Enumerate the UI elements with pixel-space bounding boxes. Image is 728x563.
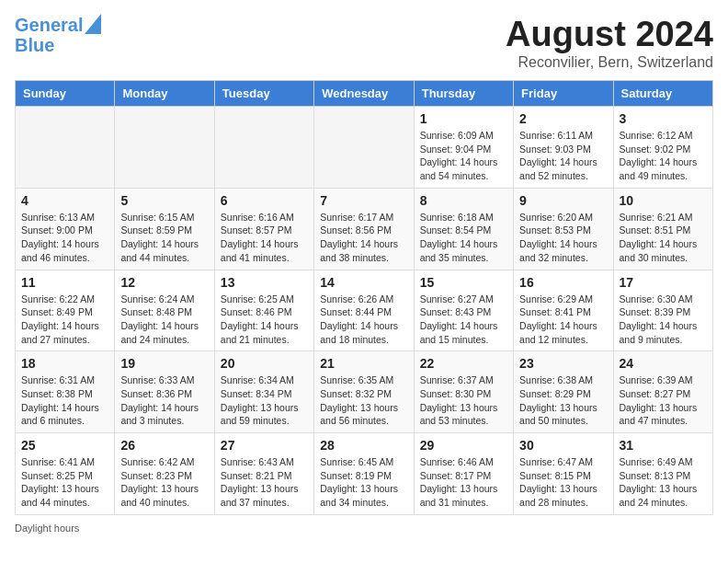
day-number: 14 (320, 275, 407, 290)
day-number: 8 (420, 193, 507, 208)
day-info: Sunrise: 6:46 AMSunset: 8:17 PMDaylight:… (420, 455, 507, 510)
header-tuesday: Tuesday (214, 81, 313, 107)
day-info: Sunrise: 6:43 AMSunset: 8:21 PMDaylight:… (221, 455, 308, 510)
day-number: 1 (420, 111, 507, 126)
calendar-day-cell: 5Sunrise: 6:15 AMSunset: 8:59 PMDaylight… (115, 188, 214, 270)
calendar-day-cell: 25Sunrise: 6:41 AMSunset: 8:25 PMDayligh… (16, 433, 115, 515)
calendar-day-cell (16, 107, 115, 189)
day-info: Sunrise: 6:11 AMSunset: 9:03 PMDaylight:… (519, 129, 607, 183)
header-monday: Monday (115, 81, 214, 107)
day-info: Sunrise: 6:35 AMSunset: 8:32 PMDaylight:… (320, 373, 407, 428)
logo: General Blue (15, 15, 101, 55)
calendar-day-cell: 11Sunrise: 6:22 AMSunset: 8:49 PMDayligh… (16, 270, 115, 351)
calendar-day-cell: 28Sunrise: 6:45 AMSunset: 8:19 PMDayligh… (314, 433, 414, 515)
day-number: 23 (519, 356, 607, 371)
day-number: 15 (420, 275, 507, 290)
day-number: 2 (519, 111, 607, 126)
day-info: Sunrise: 6:33 AMSunset: 8:36 PMDaylight:… (120, 373, 208, 428)
day-info: Sunrise: 6:30 AMSunset: 8:39 PMDaylight:… (620, 293, 707, 347)
day-number: 3 (620, 111, 707, 126)
day-info: Sunrise: 6:18 AMSunset: 8:54 PMDaylight:… (420, 211, 507, 265)
day-number: 30 (519, 438, 607, 453)
calendar-day-cell: 10Sunrise: 6:21 AMSunset: 8:51 PMDayligh… (613, 188, 712, 270)
day-info: Sunrise: 6:42 AMSunset: 8:23 PMDaylight:… (120, 455, 208, 510)
day-info: Sunrise: 6:29 AMSunset: 8:41 PMDaylight:… (519, 293, 607, 347)
logo-text-line1: General (15, 15, 83, 35)
calendar-day-cell: 7Sunrise: 6:17 AMSunset: 8:56 PMDaylight… (314, 188, 414, 270)
logo-arrow-icon (85, 14, 101, 34)
calendar-day-cell: 14Sunrise: 6:26 AMSunset: 8:44 PMDayligh… (314, 270, 414, 351)
calendar-day-cell: 4Sunrise: 6:13 AMSunset: 9:00 PMDaylight… (16, 188, 115, 270)
page-title: August 2024 (506, 15, 713, 54)
calendar-day-cell: 1Sunrise: 6:09 AMSunset: 9:04 PMDaylight… (414, 107, 513, 189)
calendar-week-row: 18Sunrise: 6:31 AMSunset: 8:38 PMDayligh… (16, 351, 713, 433)
day-number: 9 (519, 193, 607, 208)
calendar-day-cell: 30Sunrise: 6:47 AMSunset: 8:15 PMDayligh… (514, 433, 613, 515)
calendar-day-cell: 8Sunrise: 6:18 AMSunset: 8:54 PMDaylight… (414, 188, 513, 270)
calendar-day-cell: 3Sunrise: 6:12 AMSunset: 9:02 PMDaylight… (613, 107, 712, 189)
calendar-day-cell: 21Sunrise: 6:35 AMSunset: 8:32 PMDayligh… (314, 351, 414, 433)
calendar-day-cell: 15Sunrise: 6:27 AMSunset: 8:43 PMDayligh… (414, 270, 513, 351)
svg-marker-0 (85, 14, 101, 34)
day-number: 29 (420, 438, 507, 453)
day-number: 10 (620, 193, 707, 208)
calendar-week-row: 1Sunrise: 6:09 AMSunset: 9:04 PMDaylight… (16, 107, 713, 189)
day-number: 25 (21, 438, 108, 453)
day-number: 13 (221, 275, 308, 290)
footer-label: Daylight hours (15, 523, 79, 534)
calendar-day-cell: 19Sunrise: 6:33 AMSunset: 8:36 PMDayligh… (115, 351, 214, 433)
day-info: Sunrise: 6:16 AMSunset: 8:57 PMDaylight:… (221, 211, 308, 265)
header-thursday: Thursday (414, 81, 513, 107)
day-number: 21 (320, 356, 407, 371)
calendar-day-cell (314, 107, 414, 189)
day-info: Sunrise: 6:24 AMSunset: 8:48 PMDaylight:… (120, 293, 208, 347)
day-info: Sunrise: 6:09 AMSunset: 9:04 PMDaylight:… (420, 129, 507, 183)
day-info: Sunrise: 6:12 AMSunset: 9:02 PMDaylight:… (620, 129, 707, 183)
day-number: 7 (320, 193, 407, 208)
day-number: 12 (120, 275, 208, 290)
calendar-day-cell: 26Sunrise: 6:42 AMSunset: 8:23 PMDayligh… (115, 433, 214, 515)
calendar-day-cell: 24Sunrise: 6:39 AMSunset: 8:27 PMDayligh… (613, 351, 712, 433)
day-info: Sunrise: 6:21 AMSunset: 8:51 PMDaylight:… (620, 211, 707, 265)
day-number: 24 (620, 356, 707, 371)
header-wednesday: Wednesday (314, 81, 414, 107)
calendar-day-cell: 13Sunrise: 6:25 AMSunset: 8:46 PMDayligh… (214, 270, 313, 351)
day-number: 31 (620, 438, 707, 453)
calendar-table: Sunday Monday Tuesday Wednesday Thursday… (15, 80, 713, 515)
day-number: 22 (420, 356, 507, 371)
calendar-day-cell: 18Sunrise: 6:31 AMSunset: 8:38 PMDayligh… (16, 351, 115, 433)
page-header: General Blue August 2024 Reconvilier, Be… (15, 15, 713, 71)
calendar-week-row: 25Sunrise: 6:41 AMSunset: 8:25 PMDayligh… (16, 433, 713, 515)
day-info: Sunrise: 6:39 AMSunset: 8:27 PMDaylight:… (620, 373, 707, 428)
calendar-week-row: 4Sunrise: 6:13 AMSunset: 9:00 PMDaylight… (16, 188, 713, 270)
calendar-day-cell: 17Sunrise: 6:30 AMSunset: 8:39 PMDayligh… (613, 270, 712, 351)
header-friday: Friday (514, 81, 613, 107)
day-number: 4 (21, 193, 108, 208)
day-info: Sunrise: 6:41 AMSunset: 8:25 PMDaylight:… (21, 455, 108, 510)
calendar-day-cell: 23Sunrise: 6:38 AMSunset: 8:29 PMDayligh… (514, 351, 613, 433)
calendar-day-cell: 2Sunrise: 6:11 AMSunset: 9:03 PMDaylight… (514, 107, 613, 189)
day-number: 18 (21, 356, 108, 371)
calendar-day-cell: 29Sunrise: 6:46 AMSunset: 8:17 PMDayligh… (414, 433, 513, 515)
day-number: 28 (320, 438, 407, 453)
day-info: Sunrise: 6:17 AMSunset: 8:56 PMDaylight:… (320, 211, 407, 265)
calendar-day-cell (214, 107, 313, 189)
day-info: Sunrise: 6:45 AMSunset: 8:19 PMDaylight:… (320, 455, 407, 510)
day-info: Sunrise: 6:34 AMSunset: 8:34 PMDaylight:… (221, 373, 308, 428)
calendar-day-cell: 20Sunrise: 6:34 AMSunset: 8:34 PMDayligh… (214, 351, 313, 433)
calendar-day-cell (115, 107, 214, 189)
header-sunday: Sunday (16, 81, 115, 107)
calendar-day-cell: 31Sunrise: 6:49 AMSunset: 8:13 PMDayligh… (613, 433, 712, 515)
calendar-day-cell: 16Sunrise: 6:29 AMSunset: 8:41 PMDayligh… (514, 270, 613, 351)
calendar-day-cell: 12Sunrise: 6:24 AMSunset: 8:48 PMDayligh… (115, 270, 214, 351)
logo-text-line2: Blue (15, 35, 54, 55)
day-info: Sunrise: 6:27 AMSunset: 8:43 PMDaylight:… (420, 293, 507, 347)
day-info: Sunrise: 6:15 AMSunset: 8:59 PMDaylight:… (120, 211, 208, 265)
day-number: 26 (120, 438, 208, 453)
day-info: Sunrise: 6:47 AMSunset: 8:15 PMDaylight:… (519, 455, 607, 510)
calendar-header-row: Sunday Monday Tuesday Wednesday Thursday… (16, 81, 713, 107)
day-number: 27 (221, 438, 308, 453)
day-info: Sunrise: 6:20 AMSunset: 8:53 PMDaylight:… (519, 211, 607, 265)
day-number: 6 (221, 193, 308, 208)
day-info: Sunrise: 6:26 AMSunset: 8:44 PMDaylight:… (320, 293, 407, 347)
